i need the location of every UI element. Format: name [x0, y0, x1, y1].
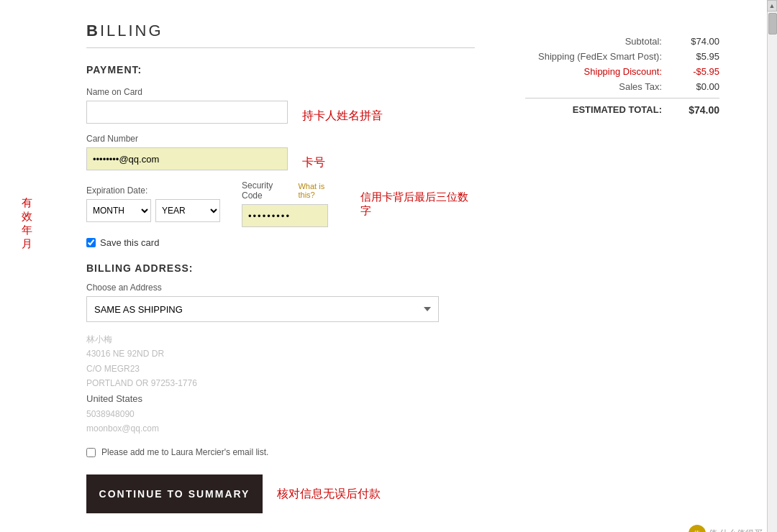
email-list-checkbox[interactable]: [86, 448, 96, 457]
name-on-card-label: Name on Card: [86, 87, 288, 97]
scrollbar[interactable]: ▲ ▼: [767, 0, 777, 532]
address-phone: 5038948090: [86, 407, 475, 421]
name-on-card-input[interactable]: [86, 101, 288, 124]
shipping-row: Shipping (FedEx Smart Post): $5.95: [525, 51, 719, 62]
discount-label: Shipping Discount:: [584, 66, 662, 77]
subtotal-value: $74.00: [676, 36, 719, 47]
address-line2: 43016 NE 92ND DR: [86, 347, 475, 361]
total-label: ESTIMATED TOTAL:: [573, 104, 662, 116]
save-card-checkbox[interactable]: [86, 238, 96, 247]
watermark-icon: 值: [689, 525, 706, 532]
address-line3: C/O MEGR23: [86, 362, 475, 376]
address-email: moonbox@qq.com: [86, 421, 475, 436]
annotation-continue: 核对信息无误后付款: [277, 487, 381, 502]
tax-value: $0.00: [676, 81, 719, 92]
address-line1: 林小梅: [86, 332, 475, 347]
annotation-security: 信用卡背后最后三位数字: [360, 191, 475, 218]
page-title: BILLING: [86, 22, 475, 48]
billing-address-section-label: BILLING ADDRESS:: [86, 262, 475, 274]
tax-label: Sales Tax:: [619, 81, 662, 92]
security-code-input[interactable]: [242, 204, 328, 227]
subtotal-label: Subtotal:: [625, 36, 662, 47]
annotation-card: 卡号: [302, 155, 325, 170]
watermark-text: 值·什么值得买: [709, 528, 763, 532]
what-is-this-link[interactable]: What is this?: [298, 182, 342, 199]
annotation-name: 持卡人姓名拼音: [302, 109, 383, 124]
discount-value: -$5.95: [676, 66, 719, 77]
address-country: United States: [86, 391, 475, 407]
discount-row: Shipping Discount: -$5.95: [525, 66, 719, 77]
save-card-label[interactable]: Save this card: [100, 237, 159, 248]
annotation-expiry: 有效年月: [22, 196, 32, 251]
summary-divider: [525, 98, 719, 98]
shipping-value: $5.95: [676, 51, 719, 62]
order-summary: Subtotal: $74.00 Shipping (FedEx Smart P…: [518, 14, 734, 520]
total-value: $74.00: [676, 104, 719, 116]
expiration-date-label: Expiration Date:: [86, 185, 220, 196]
address-select[interactable]: SAME AS SHIPPING: [86, 296, 439, 322]
shipping-label: Shipping (FedEx Smart Post):: [538, 51, 662, 62]
total-row: ESTIMATED TOTAL: $74.00: [525, 104, 719, 116]
address-details: 林小梅 43016 NE 92ND DR C/O MEGR23 PORTLAND…: [86, 332, 475, 436]
payment-section-label: PAYMENT:: [86, 64, 475, 75]
tax-row: Sales Tax: $0.00: [525, 81, 719, 92]
month-select[interactable]: MONTH 010203 040506 070809 101112: [86, 199, 151, 222]
address-line4: PORTLAND OR 97253-1776: [86, 376, 475, 390]
watermark: 值 值·什么值得买: [689, 525, 763, 532]
card-number-label: Card Number: [86, 134, 288, 144]
card-number-input[interactable]: [86, 147, 288, 170]
email-list-label[interactable]: Please add me to Laura Mercier's email l…: [101, 447, 268, 457]
year-select[interactable]: YEAR 202420252026 202720282029 2030: [155, 199, 220, 222]
choose-address-label: Choose an Address: [86, 283, 475, 293]
subtotal-row: Subtotal: $74.00: [525, 36, 719, 47]
continue-to-summary-button[interactable]: CONTINUE TO SUMMARY: [86, 474, 263, 513]
security-code-label: Security Code: [242, 180, 294, 201]
